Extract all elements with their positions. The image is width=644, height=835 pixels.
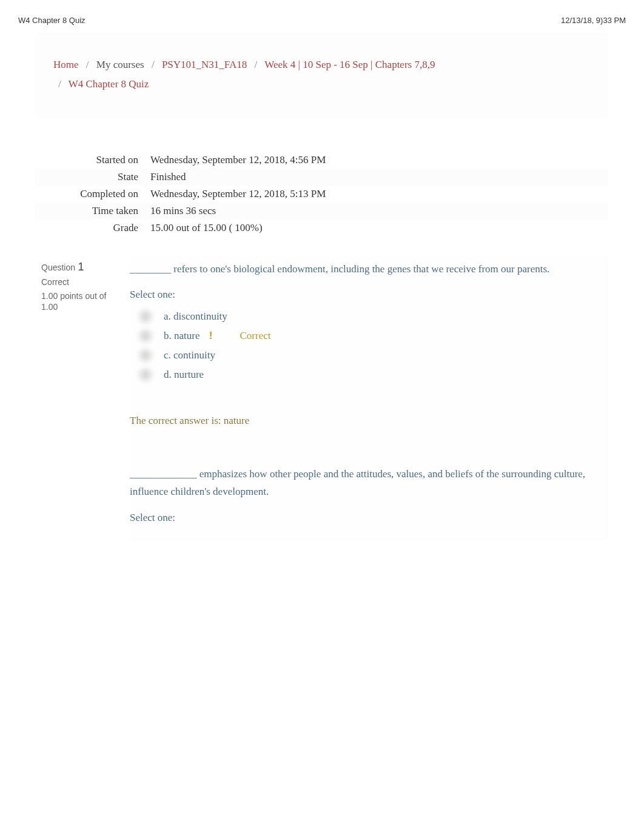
breadcrumb: Home / My courses / PSY101_N31_FA18 / We… <box>53 55 591 95</box>
breadcrumb-current[interactable]: W4 Chapter 8 Quiz <box>69 78 149 90</box>
breadcrumb-separator: / <box>58 78 61 90</box>
started-on-value: Wednesday, September 12, 2018, 4:56 PM <box>150 154 326 166</box>
breadcrumb-course[interactable]: PSY101_N31_FA18 <box>162 59 247 70</box>
option-a[interactable]: a. discontinuity <box>130 307 595 326</box>
question-text: ________ refers to one's biological endo… <box>130 261 595 278</box>
breadcrumb-week[interactable]: Week 4 | 10 Sep - 16 Sep | Chapters 7,8,… <box>264 59 435 70</box>
state-label: State <box>35 171 150 183</box>
option-c-text: c. continuity <box>164 349 215 361</box>
question-info: Question 1 Correct 1.00 points out of 1.… <box>35 256 118 543</box>
summary-row-started: Started on Wednesday, September 12, 2018… <box>35 152 609 169</box>
header-left: W4 Chapter 8 Quiz <box>18 16 86 25</box>
correct-answer: The correct answer is: nature <box>130 410 595 432</box>
question-2-text: _____________ emphasizes how other peopl… <box>130 466 595 501</box>
question-body: ________ refers to one's biological endo… <box>130 256 609 543</box>
select-one-label: Select one: <box>130 289 595 301</box>
exclamation-icon: ! <box>206 330 215 342</box>
completed-on-label: Completed on <box>35 188 150 200</box>
time-taken-value: 16 mins 36 secs <box>150 205 216 217</box>
breadcrumb-card: Home / My courses / PSY101_N31_FA18 / We… <box>35 32 609 118</box>
summary-row-completed: Completed on Wednesday, September 12, 20… <box>35 186 609 203</box>
breadcrumb-separator: / <box>86 59 89 70</box>
summary-row-state: State Finished <box>35 169 609 186</box>
state-value: Finished <box>150 171 186 183</box>
breadcrumb-separator: / <box>255 59 258 70</box>
option-b-text: b. nature <box>164 330 200 342</box>
grade-label: Grade <box>35 222 150 234</box>
option-d[interactable]: d. nurture <box>130 365 595 384</box>
summary-row-grade: Grade 15.00 out of 15.00 ( 100%) <box>35 220 609 236</box>
option-d-text: d. nurture <box>164 369 204 381</box>
breadcrumb-home[interactable]: Home <box>53 59 79 70</box>
question-2-partial: _____________ emphasizes how other peopl… <box>130 466 595 524</box>
correct-badge: Correct <box>240 330 270 342</box>
question-1: Question 1 Correct 1.00 points out of 1.… <box>35 256 609 543</box>
option-b[interactable]: b. nature ! Correct <box>130 326 595 346</box>
option-a-text: a. discontinuity <box>164 310 227 323</box>
question-label: Question <box>41 263 75 272</box>
grade-value: 15.00 out of 15.00 ( 100%) <box>150 222 263 234</box>
radio-icon[interactable] <box>139 349 152 361</box>
breadcrumb-separator: / <box>152 59 155 70</box>
main-container: Home / My courses / PSY101_N31_FA18 / We… <box>0 32 644 566</box>
header-right: 12/13/18, 9)33 PM <box>561 16 626 25</box>
page-header: W4 Chapter 8 Quiz 12/13/18, 9)33 PM <box>0 0 644 32</box>
question-points: 1.00 points out of 1.00 <box>41 290 118 312</box>
time-taken-label: Time taken <box>35 205 150 217</box>
question-status: Correct <box>41 277 118 287</box>
select-one-label-2: Select one: <box>130 512 595 524</box>
option-c[interactable]: c. continuity <box>130 346 595 365</box>
attempt-summary: Started on Wednesday, September 12, 2018… <box>35 139 609 244</box>
radio-icon[interactable] <box>139 369 152 381</box>
started-on-label: Started on <box>35 154 150 166</box>
radio-icon[interactable] <box>139 330 152 342</box>
question-number: 1 <box>78 261 84 273</box>
summary-row-time: Time taken 16 mins 36 secs <box>35 203 609 220</box>
breadcrumb-my-courses: My courses <box>96 59 144 70</box>
completed-on-value: Wednesday, September 12, 2018, 5:13 PM <box>150 188 326 200</box>
radio-icon[interactable] <box>139 310 152 323</box>
quiz-content: Started on Wednesday, September 12, 2018… <box>35 139 609 543</box>
